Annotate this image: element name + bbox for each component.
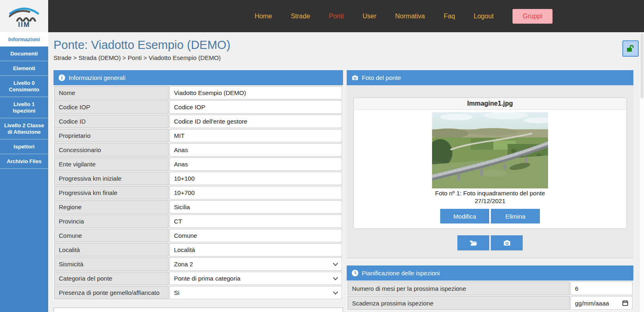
- photo-panel-title: Foto del ponte: [362, 74, 401, 81]
- nav-link-strade[interactable]: Strade: [291, 13, 310, 20]
- table-row: ProprietarioMIT: [54, 129, 342, 142]
- chevron-down-icon: [333, 263, 338, 266]
- planning-table: Numero di mesi per la prossima ispezione…: [347, 281, 633, 311]
- field-label: Progressiva km iniziale: [54, 172, 169, 185]
- photo-panel-body: Immagine1.jpg: [347, 85, 633, 258]
- breadcrumb-item[interactable]: Strade: [53, 54, 71, 61]
- field-input[interactable]: Viadotto Esempio (DEMO): [169, 86, 342, 100]
- field-input[interactable]: 10+100: [169, 172, 342, 185]
- field-label: Codice IOP: [54, 100, 169, 114]
- number-input[interactable]: 6: [570, 281, 633, 295]
- sidebar-item-livello-2-classe-di-attenzione[interactable]: Livello 2 Classe di Attenzione: [0, 118, 48, 139]
- info-panel-title: Informazioni generali: [69, 74, 125, 81]
- logo-text: IIM: [18, 21, 30, 29]
- unlock-button[interactable]: [622, 40, 639, 57]
- breadcrumb-item[interactable]: Ponti: [128, 54, 142, 61]
- table-row: Ente vigilanteAnas: [54, 157, 342, 171]
- table-row: RegioneSicilia: [54, 200, 342, 214]
- field-label: Codice ID: [54, 115, 169, 128]
- table-row: Scadenza prossima ispezionegg/mm/aaaa: [348, 296, 633, 310]
- breadcrumb-separator: >: [121, 54, 128, 61]
- calendar-icon[interactable]: [622, 300, 628, 306]
- nav-link-logout[interactable]: Logout: [474, 13, 494, 20]
- scrollbar-thumb[interactable]: [640, 33, 644, 98]
- nav-link-faq[interactable]: Faq: [443, 13, 455, 20]
- field-label: Categoria del ponte: [54, 272, 169, 285]
- gruppi-button[interactable]: Gruppi: [513, 9, 553, 24]
- field-label: Regione: [54, 200, 169, 214]
- table-row: ProvinciaCT: [54, 215, 342, 228]
- info-panel-header: Informazioni generali: [53, 70, 343, 85]
- photo-panel-header: Foto del ponte: [347, 70, 633, 85]
- sidebar-item-ispettori[interactable]: Ispettori: [0, 139, 48, 154]
- modifica-button[interactable]: Modifica: [440, 209, 489, 223]
- photo-filename: Immagine1.jpg: [354, 98, 626, 110]
- chevron-down-icon: [333, 291, 338, 295]
- field-input[interactable]: 10+700: [169, 186, 342, 199]
- field-input[interactable]: Anas: [169, 143, 342, 157]
- table-row: ConcessionarioAnas: [54, 143, 342, 157]
- sidebar-item-livello-1-ispezioni[interactable]: Livello 1 Ispezioni: [0, 97, 48, 118]
- field-label: Provincia: [54, 215, 169, 228]
- field-label: Progressiva km finale: [54, 186, 169, 199]
- main-content: Ponte: Viadotto Esempio (DEMO) Strade > …: [48, 32, 639, 312]
- planning-panel-header: Pianificazione delle ispezioni: [347, 266, 633, 281]
- field-label: Ente vigilante: [54, 157, 169, 171]
- table-row: Progressiva km finale10+700: [54, 186, 342, 199]
- field-input[interactable]: MIT: [169, 129, 342, 142]
- breadcrumb-separator: >: [142, 54, 149, 61]
- breadcrumb-item: Viadotto Esempio (DEMO): [149, 54, 221, 61]
- table-row: Presenza di ponte gemello/affiancatoSi: [54, 286, 342, 299]
- bridge-photo: [432, 112, 548, 188]
- sidebar-item-livello-0-censimento[interactable]: Livello 0 Censimento: [0, 76, 48, 97]
- field-label: Nome: [54, 86, 169, 100]
- field-label: Sismicità: [54, 257, 169, 271]
- elimina-button[interactable]: Elimina: [491, 209, 540, 223]
- photo-caption-line1: Foto nº 1: Foto inquadramento del ponte: [358, 189, 622, 197]
- nav-link-ponti[interactable]: Ponti: [329, 13, 343, 20]
- breadcrumb: Strade > Strada (DEMO) > Ponti > Viadott…: [53, 54, 633, 61]
- table-row: Codice IDCodice ID dell'ente gestore: [54, 115, 342, 128]
- photo-panel: Foto del ponte Immagine1.jpg: [347, 70, 633, 258]
- app-logo[interactable]: IIM: [0, 0, 48, 32]
- page-title: Ponte: Viadotto Esempio (DEMO): [53, 38, 633, 52]
- sidebar-item-elementi[interactable]: Elementi: [0, 61, 48, 76]
- chevron-down-icon: [333, 277, 338, 281]
- field-label: Presenza di ponte gemello/affiancato: [54, 286, 169, 299]
- nav-link-home[interactable]: Home: [254, 13, 272, 20]
- field-input[interactable]: Comune: [169, 229, 342, 242]
- field-label: Concessionario: [54, 143, 169, 157]
- field-label: Comune: [54, 229, 169, 242]
- field-input[interactable]: Codice ID dell'ente gestore: [169, 115, 342, 128]
- folder-open-icon: [469, 239, 477, 246]
- sidebar: InformazioniDocumentiElementiLivello 0 C…: [0, 32, 48, 312]
- field-input[interactable]: Codice IOP: [169, 100, 342, 114]
- nav-link-user[interactable]: User: [363, 13, 377, 20]
- clock-icon: [352, 270, 359, 277]
- nav-links: HomeStradePontiUserNormativaFaqLogoutGru…: [48, 0, 644, 32]
- camera-icon: [503, 239, 511, 247]
- take-photo-button[interactable]: [491, 235, 523, 250]
- field-input[interactable]: Località: [169, 243, 342, 257]
- upload-file-button[interactable]: [457, 235, 489, 250]
- field-label: Proprietario: [54, 129, 169, 142]
- photo-caption-line2: 27/12/2021: [358, 197, 622, 205]
- field-input[interactable]: Sicilia: [169, 200, 342, 214]
- breadcrumb-item[interactable]: Strada (DEMO): [78, 54, 120, 61]
- field-select[interactable]: Si: [169, 286, 342, 299]
- scrollbar-track[interactable]: [639, 32, 644, 312]
- field-select[interactable]: Ponte di prima categoria: [169, 272, 342, 285]
- table-row: Categoria del pontePonte di prima catego…: [54, 272, 342, 285]
- field-input[interactable]: CT: [169, 215, 342, 228]
- field-input[interactable]: Anas: [169, 157, 342, 171]
- sidebar-item-documenti[interactable]: Documenti: [0, 46, 48, 61]
- field-label: Località: [54, 243, 169, 257]
- field-select[interactable]: Zona 2: [169, 257, 342, 271]
- sidebar-item-informazioni[interactable]: Informazioni: [0, 32, 48, 46]
- bridge-icon: [9, 4, 39, 22]
- sidebar-item-archivio-files[interactable]: Archivio Files: [0, 154, 48, 169]
- date-input[interactable]: gg/mm/aaaa: [570, 296, 633, 310]
- planning-panel: Pianificazione delle ispezioni Numero di…: [347, 266, 633, 311]
- nav-link-normativa[interactable]: Normativa: [395, 13, 425, 20]
- camera-icon: [352, 74, 359, 81]
